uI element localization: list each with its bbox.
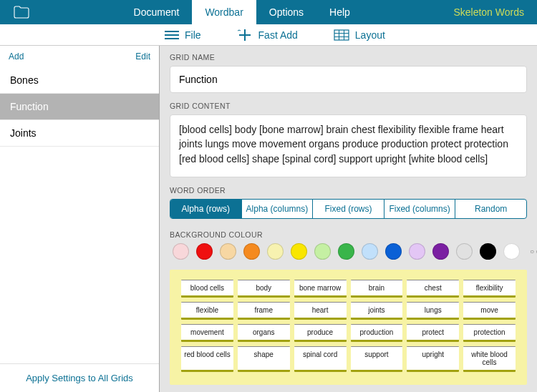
fast-add-icon bbox=[237, 28, 253, 42]
apply-all-button[interactable]: Apply Settings to All Grids bbox=[0, 363, 159, 392]
layout-label: Layout bbox=[355, 29, 385, 41]
word-order-segment: Alpha (rows)Alpha (columns)Fixed (rows)F… bbox=[170, 199, 527, 219]
grid-name-label: GRID NAME bbox=[170, 53, 527, 62]
colour-swatch-7[interactable] bbox=[338, 243, 354, 260]
word-order-fixed-columns-[interactable]: Fixed (columns) bbox=[384, 200, 456, 218]
colour-swatch-6[interactable] bbox=[314, 243, 331, 260]
word-cell[interactable]: organs bbox=[238, 324, 290, 342]
word-cell[interactable]: brain bbox=[351, 280, 403, 298]
word-cell[interactable]: spinal cord bbox=[294, 346, 347, 372]
word-cell[interactable]: protection bbox=[463, 324, 516, 342]
word-cell[interactable]: red blood cells bbox=[181, 346, 233, 372]
topbar-tabs: DocumentWordbarOptionsHelp bbox=[121, 0, 363, 24]
folder-button[interactable] bbox=[0, 0, 43, 24]
word-cell[interactable]: protect bbox=[407, 324, 459, 342]
grid-preview: blood cellsbodybone marrowbrainchestflex… bbox=[170, 270, 527, 385]
fast-add-button[interactable]: Fast Add bbox=[237, 28, 298, 42]
word-cell[interactable]: bone marrow bbox=[294, 280, 347, 298]
colour-swatch-0[interactable] bbox=[173, 243, 189, 260]
file-menu[interactable]: File bbox=[165, 29, 201, 41]
word-order-random[interactable]: Random bbox=[455, 200, 526, 218]
word-cell[interactable]: blood cells bbox=[181, 280, 233, 298]
colour-swatch-4[interactable] bbox=[267, 243, 284, 260]
file-icon bbox=[165, 30, 179, 40]
colour-swatch-8[interactable] bbox=[362, 243, 378, 260]
word-order-alpha-columns-[interactable]: Alpha (columns) bbox=[242, 200, 314, 218]
tab-document[interactable]: Document bbox=[121, 0, 193, 24]
colour-swatch-11[interactable] bbox=[432, 243, 449, 260]
word-cell[interactable]: shape bbox=[238, 346, 290, 372]
add-button[interactable]: Add bbox=[9, 52, 24, 62]
colour-row: ○○○ bbox=[170, 243, 527, 260]
file-label: File bbox=[185, 29, 201, 41]
document-title: Skeleton Words bbox=[440, 0, 537, 24]
word-cell[interactable]: heart bbox=[294, 302, 347, 320]
colour-swatch-5[interactable] bbox=[291, 243, 307, 260]
colour-swatch-3[interactable] bbox=[243, 243, 260, 260]
colour-swatch-13[interactable] bbox=[480, 243, 496, 260]
layout-button[interactable]: Layout bbox=[334, 29, 385, 41]
word-cell[interactable]: move bbox=[463, 302, 516, 320]
word-cell[interactable]: white blood cells bbox=[463, 346, 516, 372]
colour-swatch-10[interactable] bbox=[409, 243, 425, 260]
word-cell[interactable]: support bbox=[351, 346, 403, 372]
word-order-label: WORD ORDER bbox=[170, 186, 527, 195]
sidebar-item-bones[interactable]: Bones bbox=[0, 67, 159, 94]
sub-toolbar: File Fast Add Layout bbox=[0, 24, 537, 46]
word-cell[interactable]: produce bbox=[294, 324, 347, 342]
grid-name-input[interactable]: Function bbox=[170, 66, 527, 93]
sidebar-item-joints[interactable]: Joints bbox=[0, 120, 159, 147]
top-bar: DocumentWordbarOptionsHelp Skeleton Word… bbox=[0, 0, 537, 24]
grid-content-input[interactable]: [blood cells] body [bone marrow] brain c… bbox=[170, 114, 527, 177]
svg-rect-5 bbox=[334, 30, 349, 40]
word-cell[interactable]: upright bbox=[407, 346, 459, 372]
folder-icon bbox=[14, 6, 29, 19]
word-cell[interactable]: body bbox=[238, 280, 290, 298]
grid-content-label: GRID CONTENT bbox=[170, 102, 527, 110]
tab-wordbar[interactable]: Wordbar bbox=[192, 0, 256, 24]
word-cell[interactable]: frame bbox=[238, 302, 290, 320]
colour-swatch-9[interactable] bbox=[385, 243, 402, 260]
tab-help[interactable]: Help bbox=[316, 0, 363, 24]
sidebar-item-function[interactable]: Function bbox=[0, 94, 159, 120]
colour-swatch-14[interactable] bbox=[503, 243, 520, 260]
word-cell[interactable]: lungs bbox=[407, 302, 459, 320]
word-order-fixed-rows-[interactable]: Fixed (rows) bbox=[313, 200, 384, 218]
more-colours-button[interactable]: ○○○ bbox=[530, 248, 537, 255]
layout-icon bbox=[334, 29, 349, 41]
sidebar: Add Edit BonesFunctionJoints Apply Setti… bbox=[0, 46, 160, 392]
word-order-alpha-rows-[interactable]: Alpha (rows) bbox=[170, 200, 242, 218]
content-pane: GRID NAME Function GRID CONTENT [blood c… bbox=[160, 46, 537, 392]
colour-swatch-1[interactable] bbox=[196, 243, 213, 260]
edit-button[interactable]: Edit bbox=[135, 52, 150, 62]
word-cell[interactable]: chest bbox=[407, 280, 459, 298]
word-cell[interactable]: movement bbox=[181, 324, 233, 342]
word-cell[interactable]: production bbox=[351, 324, 403, 342]
colour-swatch-12[interactable] bbox=[456, 243, 473, 260]
fast-add-label: Fast Add bbox=[258, 29, 298, 41]
word-cell[interactable]: joints bbox=[351, 302, 403, 320]
colour-swatch-2[interactable] bbox=[220, 243, 236, 260]
word-cell[interactable]: flexibility bbox=[463, 280, 516, 298]
word-cell[interactable]: flexible bbox=[181, 302, 233, 320]
tab-options[interactable]: Options bbox=[256, 0, 316, 24]
bg-colour-label: BACKGROUND COLOUR bbox=[170, 230, 527, 239]
